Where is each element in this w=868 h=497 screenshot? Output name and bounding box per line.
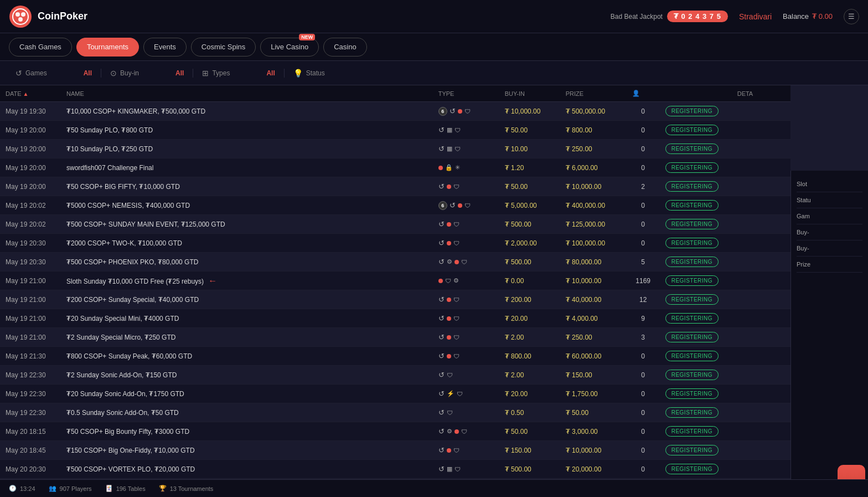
nav-cosmic-spins[interactable]: Cosmic Spins <box>191 38 256 57</box>
tournament-name[interactable]: ₮2000 CSOP+ TWO-K, ₮100,000 GTD <box>66 239 182 247</box>
row-detail <box>732 215 790 234</box>
register-button[interactable]: REGISTERING <box>665 125 719 135</box>
tournament-name[interactable]: ₮50 CSOP+ BIG FIFTY, ₮10,000 GTD <box>66 183 180 191</box>
register-button[interactable]: REGISTERING <box>665 351 719 361</box>
row-buyin: ₮ 500.00 <box>499 460 560 479</box>
tournament-name[interactable]: ₮10 Sunday PLO, ₮250 GTD <box>66 145 153 153</box>
register-button[interactable]: REGISTERING <box>665 332 719 342</box>
register-button[interactable]: REGISTERING <box>665 275 719 286</box>
tournament-name[interactable]: ₮200 CSOP+ Sunday Special, ₮40,000 GTD <box>66 296 199 304</box>
row-date: May 19 20:00 <box>0 158 61 177</box>
tournament-name[interactable]: ₮2 Sunday Special Micro, ₮250 GTD <box>66 334 175 341</box>
register-button[interactable]: REGISTERING <box>665 426 719 437</box>
tournament-name[interactable]: ₮500 CSOP+ VORTEX PLO, ₮20,000 GTD <box>66 465 195 473</box>
row-type: ↺ 🛡 <box>433 347 499 366</box>
row-action: REGISTERING <box>660 158 732 177</box>
row-date: May 19 22:30 <box>0 385 61 403</box>
row-prize: ₮ 125,000.00 <box>560 215 627 234</box>
tournament-name[interactable]: ₮50 CSOP+ Big Bounty Fifty, ₮3000 GTD <box>66 428 189 435</box>
register-button[interactable]: REGISTERING <box>665 144 719 154</box>
row-buyin: ₮ 200.00 <box>499 290 560 309</box>
table-row: May 19 21:00 ₮2 Sunday Special Micro, ₮2… <box>0 328 790 347</box>
table-row: May 19 20:00 swordfish007 Challenge Fina… <box>0 158 790 177</box>
row-date: May 19 21:30 <box>0 347 61 366</box>
filter-status-section: 💡 Status <box>285 69 334 78</box>
nav-events[interactable]: Events <box>143 38 187 57</box>
row-players: 0 <box>627 460 660 479</box>
register-button[interactable]: REGISTERING <box>665 181 719 192</box>
tournament-name[interactable]: ₮150 CSOP+ Big One-Fiddy, ₮10,000 GTD <box>66 447 195 454</box>
register-button[interactable]: REGISTERING <box>665 200 719 211</box>
row-action: REGISTERING <box>660 196 732 215</box>
row-detail <box>732 158 790 177</box>
nav-tournaments[interactable]: Tournaments <box>76 38 139 57</box>
nav-live-casino[interactable]: Live Casino NEW <box>260 38 319 57</box>
col-date[interactable]: DATE ▲ <box>0 85 61 102</box>
register-button[interactable]: REGISTERING <box>665 162 719 173</box>
tournament-name[interactable]: ₮0.5 Sunday Sonic Add-On, ₮50 GTD <box>66 409 179 417</box>
tournament-name[interactable]: Sloth Sunday ₮10,000 GTD Free (₮25 rebuy… <box>66 278 204 285</box>
nav-casino[interactable]: Casino <box>323 38 366 57</box>
filter-buyin-value[interactable]: All <box>175 69 184 77</box>
register-button[interactable]: REGISTERING <box>665 464 719 474</box>
tournament-name[interactable]: ₮20 Sunday Sonic Add-On, ₮1750 GTD <box>66 390 184 398</box>
row-date: May 20 20:30 <box>0 460 61 479</box>
tournament-name[interactable]: ₮5000 CSOP+ NEMESIS, ₮400,000 GTD <box>66 202 190 209</box>
row-players: 3 <box>627 328 660 347</box>
row-detail <box>732 253 790 271</box>
register-button[interactable]: REGISTERING <box>665 370 719 380</box>
settings-button[interactable]: ☰ <box>844 9 859 24</box>
filter-types-label: Types <box>212 69 230 77</box>
row-buyin: ₮ 50.00 <box>499 177 560 196</box>
row-prize: ₮ 40,000.00 <box>560 290 627 309</box>
side-panel: Slot Statu Gam Buy- Buy- Prize 🎭 <box>790 171 868 497</box>
row-action: REGISTERING <box>660 366 732 385</box>
tournament-table-container[interactable]: DATE ▲ NAME TYPE BUY-IN PRIZE 👤 DETA May… <box>0 85 790 479</box>
register-button[interactable]: REGISTERING <box>665 257 719 267</box>
tournament-name[interactable]: ₮800 CSOP+ Sunday Peak, ₮60,000 GTD <box>66 352 192 360</box>
tournament-name[interactable]: ₮500 CSOP+ PHOENIX PKO, ₮80,000 GTD <box>66 258 198 266</box>
filter-games-section: ↺ Games All <box>7 69 101 78</box>
col-detail: DETA <box>732 85 790 102</box>
players-value: 907 Players <box>60 485 92 492</box>
row-action: REGISTERING <box>660 140 732 158</box>
row-name: ₮5000 CSOP+ NEMESIS, ₮400,000 GTD <box>61 196 433 215</box>
row-prize: ₮ 80,000.00 <box>560 253 627 271</box>
username: Stradivari <box>739 12 772 21</box>
tournament-name[interactable]: ₮10,000 CSOP+ KINGMAKER, ₮500,000 GTD <box>66 107 205 115</box>
row-buyin: ₮ 150.00 <box>499 441 560 460</box>
row-action: REGISTERING <box>660 253 732 271</box>
nav-bar: Cash Games Tournaments Events Cosmic Spi… <box>0 33 868 61</box>
row-players: 2 <box>627 177 660 196</box>
tournament-name[interactable]: ₮2 Sunday Sonic Add-On, ₮150 GTD <box>66 371 177 379</box>
register-button[interactable]: REGISTERING <box>665 407 719 418</box>
table-row: May 19 19:30 ₮10,000 CSOP+ KINGMAKER, ₮5… <box>0 102 790 121</box>
register-button[interactable]: REGISTERING <box>665 294 719 305</box>
row-buyin: ₮ 50.00 <box>499 422 560 441</box>
register-button[interactable]: REGISTERING <box>665 238 719 248</box>
filter-games-value[interactable]: All <box>84 69 92 77</box>
row-type: 6 ↺ 🛡 <box>433 102 499 121</box>
nav-cash-games[interactable]: Cash Games <box>9 38 72 57</box>
row-action: REGISTERING <box>660 234 732 253</box>
row-date: May 19 20:02 <box>0 196 61 215</box>
register-button[interactable]: REGISTERING <box>665 106 719 116</box>
row-type: 🔒 ✳ <box>433 158 499 177</box>
row-date: May 19 21:00 <box>0 309 61 328</box>
register-button[interactable]: REGISTERING <box>665 219 719 229</box>
row-buyin: ₮ 800.00 <box>499 347 560 366</box>
tournament-name[interactable]: swordfish007 Challenge Final <box>66 164 153 172</box>
row-name: Sloth Sunday ₮10,000 GTD Free (₮25 rebuy… <box>61 271 433 290</box>
balance-value: ₮ 0.00 <box>812 12 833 21</box>
table-row: May 19 21:00 Sloth Sunday ₮10,000 GTD Fr… <box>0 271 790 290</box>
register-button[interactable]: REGISTERING <box>665 313 719 324</box>
filter-types-value[interactable]: All <box>266 69 275 77</box>
tournament-name[interactable]: ₮20 Sunday Special Mini, ₮4000 GTD <box>66 315 179 322</box>
row-prize: ₮ 6,000.00 <box>560 158 627 177</box>
register-button[interactable]: REGISTERING <box>665 445 719 455</box>
tournament-name[interactable]: ₮50 Sunday PLO, ₮800 GTD <box>66 126 153 134</box>
row-detail <box>732 121 790 140</box>
tournament-name[interactable]: ₮500 CSOP+ SUNDAY MAIN EVENT, ₮125,000 G… <box>66 221 225 228</box>
row-name: ₮50 Sunday PLO, ₮800 GTD <box>61 121 433 140</box>
register-button[interactable]: REGISTERING <box>665 388 719 399</box>
